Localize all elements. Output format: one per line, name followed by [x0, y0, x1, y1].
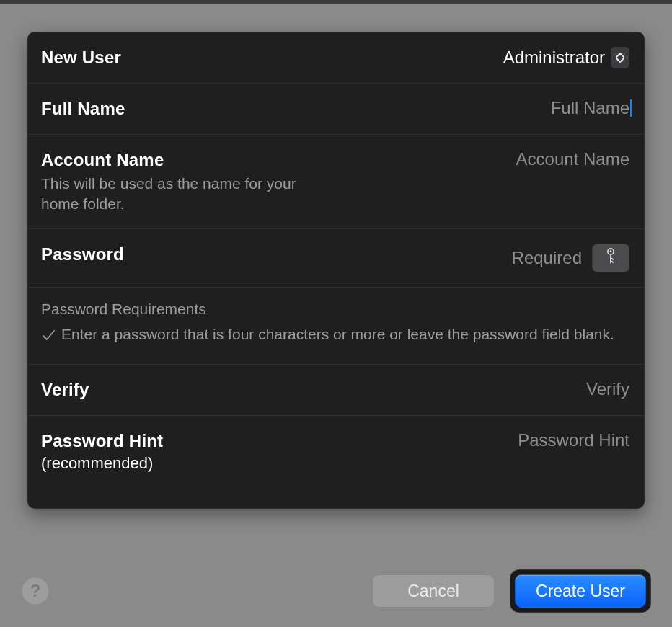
password-hint-label: Password Hint — [41, 430, 430, 452]
create-user-highlight: Create User — [510, 570, 650, 612]
password-requirements-text: Enter a password that is four characters… — [61, 324, 614, 345]
help-icon: ? — [30, 581, 41, 601]
row-password-requirements: Password Requirements Enter a password t… — [28, 288, 644, 365]
text-caret — [630, 99, 632, 117]
row-full-name: Full Name — [28, 84, 644, 135]
verify-field[interactable] — [543, 379, 629, 399]
account-name-field[interactable] — [442, 149, 629, 169]
password-hint-sublabel: (recommended) — [41, 453, 430, 473]
dialog-footer: ? Cancel Create User — [0, 555, 672, 627]
verify-label: Verify — [41, 379, 531, 401]
user-type-select[interactable]: Administrator — [503, 47, 629, 68]
chevron-up-down-icon — [611, 47, 629, 68]
row-verify: Verify — [28, 365, 644, 416]
window-titlebar-sliver — [0, 0, 672, 4]
cancel-button-label: Cancel — [407, 582, 459, 601]
checkmark-icon — [41, 324, 56, 348]
key-icon — [604, 247, 618, 269]
password-assistant-button[interactable] — [592, 244, 629, 272]
password-hint-field[interactable] — [442, 430, 629, 450]
create-user-button-label: Create User — [536, 582, 625, 601]
cancel-button[interactable]: Cancel — [372, 574, 495, 608]
password-label: Password — [41, 244, 469, 265]
row-user-type: New User Administrator — [28, 32, 644, 84]
row-account-name: Account Name This will be used as the na… — [28, 135, 644, 229]
row-password: Password — [28, 229, 644, 288]
user-type-label: New User — [41, 47, 492, 68]
full-name-field[interactable] — [521, 98, 629, 118]
new-user-sheet: New User Administrator Full Name A — [27, 32, 645, 509]
svg-point-1 — [610, 250, 611, 252]
account-name-help: This will be used as the name for your h… — [41, 174, 330, 214]
help-button[interactable]: ? — [22, 577, 49, 605]
create-user-button[interactable]: Create User — [515, 574, 646, 608]
password-field[interactable] — [481, 248, 582, 268]
password-requirements-title: Password Requirements — [41, 299, 629, 319]
account-name-label: Account Name — [41, 149, 430, 171]
full-name-label: Full Name — [41, 98, 510, 120]
user-type-value: Administrator — [503, 48, 605, 68]
row-password-hint: Password Hint (recommended) — [28, 416, 644, 488]
